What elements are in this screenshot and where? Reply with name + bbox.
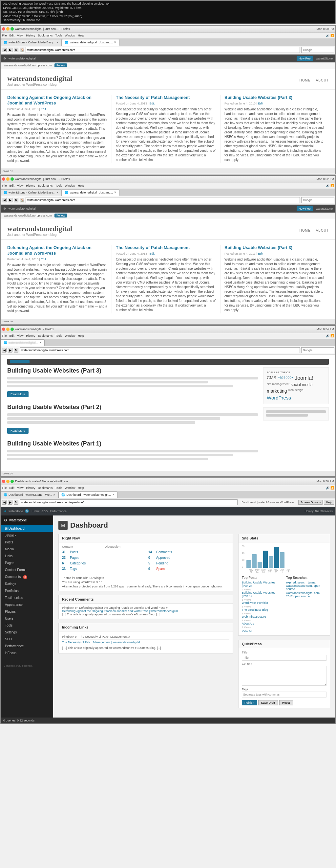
wp-dash-site[interactable]: waterstone [8,509,23,513]
top-post-item-3[interactable]: WordPress Portfolio [242,601,282,604]
sidebar-item-dashboard[interactable]: ⊞ Dashboard [1,525,53,532]
tab-close-1-2[interactable]: ✕ [114,41,116,44]
sidebar-item-tools[interactable]: Tools [1,622,53,629]
browser3-tab-1[interactable]: 🌐 waterandstonedigital... ✕ [1,339,45,346]
menu-file[interactable]: File [2,34,7,37]
top-post-item-4[interactable]: The eBusiness Blog [242,608,282,612]
new-post-btn[interactable]: New Post [297,56,313,61]
menu-history[interactable]: History [26,34,35,37]
post-edit-2[interactable]: Edit [149,102,155,105]
menu2-file[interactable]: File [2,184,7,187]
tab-close-1-1[interactable]: ✕ [57,41,59,44]
sidebar-item-jetpack[interactable]: Jetpack [1,532,53,539]
wp-site-link[interactable]: waterandstonedigital [8,57,36,60]
sidebar-item-media[interactable]: Media [1,546,53,553]
tag-web-design[interactable]: web design [288,388,303,394]
browser-tab-1-1[interactable]: 🌐 water&Stone - Online, Made Easy... ✕ [1,39,62,46]
new-post-btn-2[interactable]: New Post [297,206,313,211]
approved-link[interactable]: Approved [156,556,170,559]
publish-btn[interactable]: Publish [242,700,257,705]
tab3-close[interactable]: ✕ [39,341,42,344]
pages-link[interactable]: Pages [70,556,79,559]
post-edit-1[interactable]: Edit [41,107,46,111]
follow-btn[interactable]: Follow [55,63,67,67]
dash-tab-1[interactable]: 🌐 Dashboard - water&Stone - Wo... ✕ [1,492,58,498]
nav-home[interactable]: HOME [300,79,311,82]
home-btn-1[interactable]: 🏠 [20,48,24,52]
browser-tab-1-2[interactable]: 🌐 waterandstonedigital | Just ano... ✕ [62,39,119,46]
search-bar-2[interactable] [301,197,334,203]
menu2-history[interactable]: History [26,184,35,187]
tag-joomla[interactable]: Joomla! [295,375,313,381]
menu3-view[interactable]: View [17,334,23,337]
tag-facebook[interactable]: Facebook [278,375,293,381]
menu-tools[interactable]: Tools [55,34,62,37]
wp-dash-new[interactable]: + New [31,509,39,513]
sidebar-item-plugins[interactable]: Plugins [1,608,53,615]
dmenu-file[interactable]: File [2,486,7,490]
sidebar-item-appearance[interactable]: Appearance [1,601,53,608]
dmenu-edit[interactable]: Edit [9,486,15,490]
sidebar-item-posts[interactable]: Posts [1,539,53,546]
quick-press-content-input[interactable] [242,666,327,686]
read-more-btn-2[interactable]: Read More [7,428,29,434]
browser2-tab-1[interactable]: 🌐 water&Stone - Online, Made Easy... ✕ [1,189,62,196]
view-all-stats[interactable]: View All [242,629,252,633]
back-btn-1[interactable]: ◀ [2,48,6,52]
post-edit-3[interactable]: Edit [258,102,263,105]
back-btn-2[interactable]: ◀ [2,198,6,203]
sidebar-item-comments[interactable]: Comments 0 [1,573,53,581]
categories-link[interactable]: Categories [70,561,86,565]
post-title-1[interactable]: Defending Against the Ongoing Attack on … [7,95,108,106]
post2-edit-3[interactable]: Edit [258,252,263,255]
screen-options-btn[interactable]: Screen Options [298,500,323,505]
follow-btn-2[interactable]: Follow [55,214,67,217]
quick-press-title-input[interactable] [242,655,327,661]
comments-link[interactable]: Comments [156,550,172,554]
dash-tab-2[interactable]: 🌐 Dashboard - waterandstonedigit... ✕ [58,492,117,498]
nav2-home[interactable]: HOME [300,229,311,232]
menu2-view[interactable]: View [17,184,23,187]
menu3-file[interactable]: File [2,334,7,337]
dmenu-view[interactable]: View [17,486,23,490]
reload-btn-2[interactable]: ↻ [14,198,19,203]
menu-help[interactable]: Help [78,34,84,37]
menu3-help[interactable]: Help [78,334,84,337]
url-bar-1[interactable] [26,47,300,53]
browser2-tab-2[interactable]: 🌐 waterandstonedigital | Just ano... ✕ [62,189,119,196]
menu3-tools[interactable]: Tools [55,334,62,337]
nav2-about[interactable]: ABOUT [316,229,329,232]
dash-tab-close-2[interactable]: ✕ [112,493,114,496]
save-draft-btn[interactable]: Save Draft [258,700,278,705]
reload-btn-3[interactable]: ↻ [14,348,19,352]
dash-tab-close-1[interactable]: ✕ [53,493,56,496]
comment-text-2[interactable]: Defending Against the Ongoing Attack on … [62,610,229,613]
reset-btn[interactable]: Reset [279,700,293,705]
menu2-help[interactable]: Help [78,184,84,187]
dmenu-window[interactable]: Window [65,486,75,490]
menu2-bookmarks[interactable]: Bookmarks [38,184,53,187]
dmenu-history[interactable]: History [26,486,35,490]
menu2-edit[interactable]: Edit [9,184,15,187]
dmenu-bookmarks[interactable]: Bookmarks [38,486,53,490]
top-post-item-2[interactable]: Building Usable Websites (Part 1) [242,591,282,598]
read-more-btn-1[interactable]: Read More [7,391,29,397]
menu-window[interactable]: Window [65,34,75,37]
post-title-2[interactable]: The Necessity of Patch Management [116,95,216,100]
sidebar-item-users[interactable]: Users [1,615,53,622]
sidebar-item-seo[interactable]: SEO [1,636,53,643]
forward-btn-3[interactable]: ▶ [8,348,12,352]
tags-link[interactable]: Tags [70,567,77,571]
wp-dash-performance[interactable]: Performance [49,509,67,513]
menu2-tools[interactable]: Tools [55,184,62,187]
menu-edit[interactable]: Edit [9,34,15,37]
sidebar-item-testimonials[interactable]: Testimonials [1,594,53,601]
url-bar-2[interactable] [26,197,300,203]
tag-social-media[interactable]: social media [291,382,313,387]
sidebar-item-performance[interactable]: Performance [1,643,53,650]
sidebar-item-settings[interactable]: Settings [1,629,53,636]
top-post-item-1[interactable]: Building Usable Websites (Part 2) [242,581,282,587]
wp-dash-seo[interactable]: SEO [41,509,47,513]
dash-forward[interactable]: ▶ [8,500,12,505]
post2-edit-2[interactable]: Edit [149,252,155,255]
